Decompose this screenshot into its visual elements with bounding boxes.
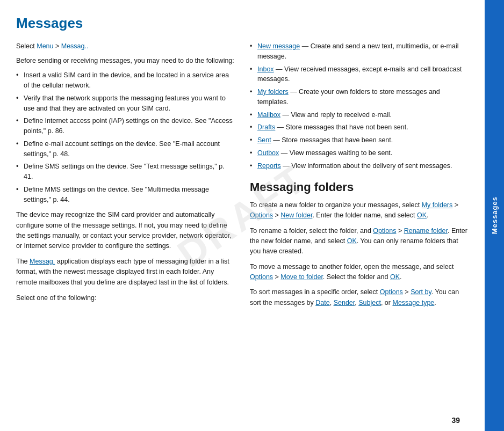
- move-to-folder-ref: Move to folder: [280, 273, 323, 281]
- new-message-link: New message: [257, 42, 300, 50]
- list-item: Define MMS settings on the device. See "…: [16, 185, 235, 205]
- rename-folder-para: To rename a folder, select the folder, a…: [250, 226, 469, 257]
- sidebar-label: Messages: [491, 196, 499, 234]
- right-column: New message — Create and send a new text…: [250, 41, 469, 420]
- list-item-new-message: New message — Create and send a new text…: [250, 41, 469, 62]
- menu-line: Select Menu > Messag..: [16, 41, 235, 52]
- outbox-text: — View messages waiting to be sent.: [279, 149, 392, 157]
- reports-text: — View information about the delivery of…: [281, 162, 452, 170]
- my-folders-ref: My folders: [422, 201, 453, 209]
- list-item: Define SMS settings on the device. See "…: [16, 162, 235, 182]
- messag-link: Messag.: [30, 258, 55, 265]
- drafts-link: Drafts: [257, 123, 275, 131]
- message-type-ref: Message type: [392, 299, 434, 306]
- prereq-list: Insert a valid SIM card in the device, a…: [16, 70, 235, 204]
- ok-ref1: OK: [417, 211, 427, 219]
- page-number: 39: [451, 416, 460, 425]
- list-item-reports: Reports — View information about the del…: [250, 161, 469, 171]
- list-item-outbox: Outbox — View messages waiting to be sen…: [250, 148, 469, 158]
- sent-text: — Store messages that have been sent.: [271, 136, 393, 144]
- sim-paragraph: The device may recognize the SIM card pr…: [16, 210, 235, 252]
- select-line: Select one of the following:: [16, 293, 235, 303]
- list-item-sent: Sent — Store messages that have been sen…: [250, 135, 469, 145]
- options-ref3: Options: [250, 273, 273, 281]
- new-folder-ref: New folder: [280, 211, 312, 219]
- list-item: Define e-mail account settings on the de…: [16, 139, 235, 159]
- list-item: Verify that the network supports the mes…: [16, 93, 235, 114]
- messaging-folders-heading: Messaging folders: [250, 180, 469, 194]
- subject-ref: Subject: [358, 299, 381, 306]
- left-column: Select Menu > Messag.. Before sending or…: [16, 41, 235, 420]
- intro-text: Before sending or receiving messages, yo…: [16, 56, 235, 66]
- messag-ref: Messag..: [61, 42, 89, 50]
- mailbox-link: Mailbox: [257, 111, 280, 119]
- my-folders-link: My folders: [257, 88, 289, 96]
- list-item-my-folders: My folders — Create your own folders to …: [250, 87, 469, 107]
- options-ref1: Options: [250, 211, 273, 219]
- ok-ref3: OK: [390, 273, 400, 281]
- reports-link: Reports: [257, 162, 281, 170]
- rename-folder-ref: Rename folder: [404, 227, 448, 235]
- date-ref: Date: [315, 299, 329, 306]
- menu-items-list: New message — Create and send a new text…: [250, 41, 469, 171]
- menu-ref: Menu: [37, 42, 53, 50]
- create-folder-para: To create a new folder to organize your …: [250, 200, 469, 221]
- list-item: Insert a valid SIM card in the device, a…: [16, 70, 235, 91]
- options-ref4: Options: [380, 288, 403, 296]
- outbox-link: Outbox: [257, 149, 279, 157]
- two-column-layout: Select Menu > Messag.. Before sending or…: [16, 41, 469, 420]
- options-ref2: Options: [373, 227, 396, 235]
- drafts-text: — Store messages that have not been sent…: [275, 123, 408, 131]
- sender-ref: Sender: [334, 299, 355, 306]
- list-item-drafts: Drafts — Store messages that have not be…: [250, 122, 469, 133]
- list-item-mailbox: Mailbox — View and reply to received e-m…: [250, 110, 469, 120]
- list-item-inbox: Inbox — View received messages, except e…: [250, 64, 469, 85]
- sent-link: Sent: [257, 136, 271, 144]
- list-item: Define Internet access point (IAP) setti…: [16, 116, 235, 136]
- page-title: Messages: [16, 15, 469, 32]
- inbox-text: — View received messages, except e-mails…: [257, 65, 462, 83]
- ok-ref2: OK: [347, 237, 357, 245]
- messag-paragraph: The Messag. application displays each ty…: [16, 257, 235, 288]
- main-content: DRAFT Messages Select Menu > Messag.. Be…: [0, 0, 485, 431]
- sort-by-ref: Sort by: [411, 288, 431, 296]
- inbox-link: Inbox: [257, 65, 274, 73]
- mailbox-text: — View and reply to received e-mail.: [280, 111, 392, 119]
- sidebar-right: Messages: [485, 0, 504, 431]
- move-message-para: To move a message to another folder, ope…: [250, 262, 469, 283]
- sort-messages-para: To sort messages in a specific order, se…: [250, 287, 469, 308]
